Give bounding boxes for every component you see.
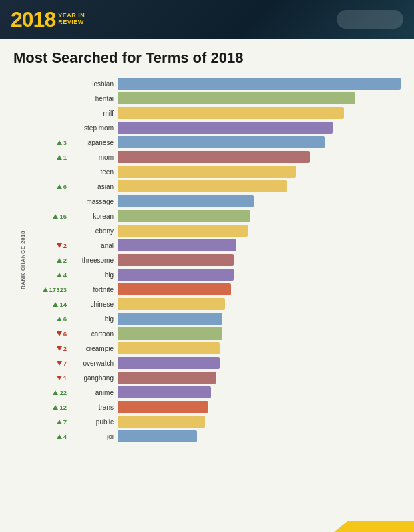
- row-bar-wrap-11: [118, 238, 401, 253]
- header-decoration: [337, 10, 403, 29]
- row-label-13: big: [69, 267, 118, 282]
- row-label-20: gangbang: [69, 370, 118, 385]
- row-label-19: overwatch: [69, 356, 118, 370]
- row-bar-wrap-18: [118, 341, 401, 356]
- row-bar-wrap-16: [118, 311, 401, 326]
- row-change-21: 22: [35, 385, 69, 400]
- row-label-17: cartoon: [69, 326, 118, 341]
- bar-15: [118, 298, 225, 310]
- row-change-16: 6: [35, 311, 69, 326]
- bar-7: [118, 180, 287, 192]
- row-bar-wrap-24: [118, 429, 401, 444]
- row-change-11: 2: [35, 238, 69, 253]
- row-bar-wrap-5: [118, 150, 401, 164]
- row-bar-wrap-4: [118, 135, 401, 150]
- row-change-24: 4: [35, 429, 69, 444]
- logo-year: 2018: [11, 7, 55, 32]
- bar-0: [118, 78, 401, 90]
- row-bar-wrap-21: [118, 385, 401, 400]
- row-change-10: [35, 223, 69, 238]
- row-change-4: 3: [35, 135, 69, 150]
- row-label-12: threesome: [69, 253, 118, 267]
- row-bar-wrap-13: [118, 267, 401, 282]
- row-bar-wrap-19: [118, 356, 401, 370]
- label-column: lesbianhentaimilfstep momjapanesemomteen…: [69, 76, 118, 444]
- row-bar-wrap-1: [118, 91, 401, 106]
- row-change-2: [35, 106, 69, 120]
- row-label-1: hentai: [69, 91, 118, 106]
- row-change-0: [35, 76, 69, 91]
- row-change-17: 6: [35, 326, 69, 341]
- row-label-15: chinese: [69, 297, 118, 311]
- row-bar-wrap-2: [118, 106, 401, 120]
- row-change-12: 2: [35, 253, 69, 267]
- row-label-10: ebony: [69, 223, 118, 238]
- row-bar-wrap-7: [118, 179, 401, 194]
- bar-16: [118, 313, 222, 325]
- chart-title: Most Searched for Terms of 2018: [13, 49, 401, 67]
- row-bar-wrap-23: [118, 414, 401, 429]
- row-change-19: 7: [35, 356, 69, 370]
- row-label-11: anal: [69, 238, 118, 253]
- row-label-8: massage: [69, 194, 118, 209]
- row-label-18: creampie: [69, 341, 118, 356]
- bar-4: [118, 136, 325, 148]
- row-bar-wrap-22: [118, 400, 401, 414]
- bar-14: [118, 283, 231, 295]
- row-label-6: teen: [69, 164, 118, 179]
- bar-23: [118, 416, 205, 428]
- row-label-5: mom: [69, 150, 118, 164]
- row-change-13: 4: [35, 267, 69, 282]
- row-change-22: 12: [35, 400, 69, 414]
- bar-18: [118, 342, 220, 354]
- bar-11: [118, 239, 236, 251]
- row-change-15: 14: [35, 297, 69, 311]
- rank-label: RANK CHANGE 2018: [20, 231, 26, 289]
- row-label-2: milf: [69, 106, 118, 120]
- bars-section: 31616224173231466271221274lesbianhentaim…: [35, 76, 401, 444]
- bar-3: [118, 122, 333, 134]
- bar-21: [118, 386, 211, 398]
- row-change-8: [35, 194, 69, 209]
- bar-5: [118, 151, 310, 163]
- chart-container: RANK CHANGE 2018 31616224173231466271221…: [13, 76, 401, 444]
- bar-13: [118, 269, 234, 281]
- row-bar-wrap-10: [118, 223, 401, 238]
- row-change-20: 1: [35, 370, 69, 385]
- row-change-23: 7: [35, 414, 69, 429]
- row-bar-wrap-15: [118, 297, 401, 311]
- rank-label-column: RANK CHANGE 2018: [13, 76, 32, 444]
- row-bar-wrap-12: [118, 253, 401, 267]
- row-label-0: lesbian: [69, 76, 118, 91]
- row-label-9: korean: [69, 209, 118, 223]
- row-label-24: joi: [69, 429, 118, 444]
- row-change-6: [35, 164, 69, 179]
- bar-9: [118, 210, 250, 222]
- row-bar-wrap-0: [118, 76, 401, 91]
- row-change-1: [35, 91, 69, 106]
- row-bar-wrap-3: [118, 120, 401, 135]
- row-label-23: public: [69, 414, 118, 429]
- bar-10: [118, 225, 248, 237]
- row-label-3: step mom: [69, 120, 118, 135]
- row-bar-wrap-9: [118, 209, 401, 223]
- row-bar-wrap-8: [118, 194, 401, 209]
- row-change-18: 2: [35, 341, 69, 356]
- row-label-4: japanese: [69, 135, 118, 150]
- row-bar-wrap-14: [118, 282, 401, 297]
- logo-subtitle: YEAR IN REVIEW: [58, 13, 85, 26]
- row-label-21: anime: [69, 385, 118, 400]
- bar-12: [118, 254, 234, 266]
- row-change-7: 6: [35, 179, 69, 194]
- bar-1: [118, 92, 355, 104]
- change-column: 31616224173231466271221274: [35, 76, 69, 444]
- bar-17: [118, 327, 222, 340]
- row-bar-wrap-20: [118, 370, 401, 385]
- row-change-3: [35, 120, 69, 135]
- footer-stripe: [334, 521, 414, 532]
- row-change-14: 17323: [35, 282, 69, 297]
- row-bar-wrap-17: [118, 326, 401, 341]
- row-label-14: fortnite: [69, 282, 118, 297]
- row-label-7: asian: [69, 179, 118, 194]
- row-bar-wrap-6: [118, 164, 401, 179]
